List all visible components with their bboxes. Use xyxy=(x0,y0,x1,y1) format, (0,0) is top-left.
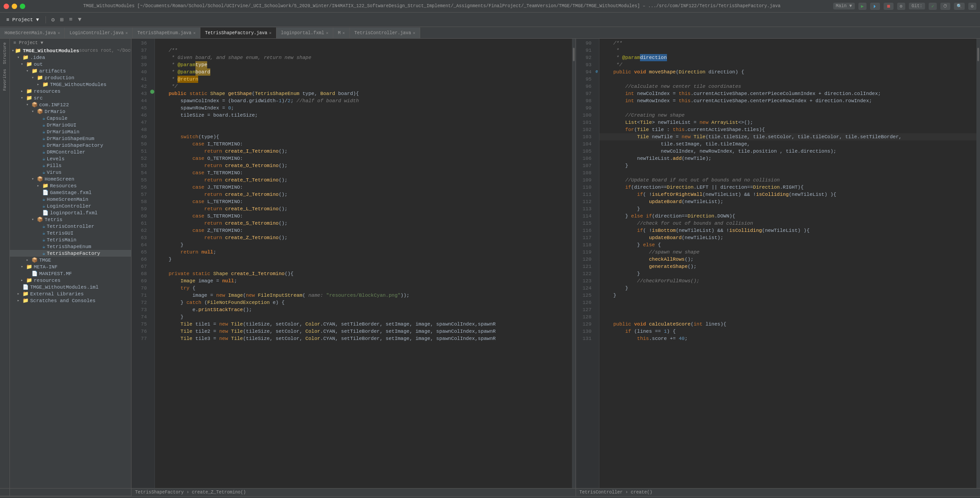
rcode-line-107: } xyxy=(599,162,976,169)
structure-tab[interactable]: Structure xyxy=(2,41,8,66)
settings-button[interactable]: ⚙ xyxy=(897,3,905,10)
tree-item-tmge-prod[interactable]: ▸ 📁 TMGE_WithoutModules xyxy=(10,81,131,88)
tree-item-drmcontroller[interactable]: ☕ DRMController xyxy=(10,149,131,155)
tree-item-scratches[interactable]: ▸ 📁 Scratches and Consoles xyxy=(10,297,131,304)
tree-item-out[interactable]: ▾ 📁 out xyxy=(10,61,131,68)
code-line-48 xyxy=(155,126,572,133)
tree-item-meta-inf[interactable]: ▾ 📁 META-INF xyxy=(10,263,131,270)
tree-item-resources2[interactable]: ▸ 📁 resources xyxy=(10,277,131,284)
tree-item-loginportal[interactable]: 📄 loginportal.fxml xyxy=(10,209,131,216)
run-button[interactable]: ▶ xyxy=(858,3,867,10)
tree-item-tetriscontroller[interactable]: ☕ TetrisController xyxy=(10,223,131,230)
left-scrollbar[interactable] xyxy=(572,39,576,488)
tree-item-homescreen[interactable]: ▾ 📦 HomeScreen xyxy=(10,176,131,182)
tree-item-drmario[interactable]: ▾ 📦 DrMario xyxy=(10,108,131,115)
rcode-line-90: /** xyxy=(599,40,976,47)
right-scrollbar[interactable] xyxy=(976,39,980,488)
tab-close-logincontroller[interactable]: ✕ xyxy=(125,31,127,36)
favorites-tab[interactable]: Favorites xyxy=(2,67,8,93)
close-button[interactable] xyxy=(4,4,9,9)
tree-label: src xyxy=(34,95,43,101)
minimize-button[interactable] xyxy=(12,4,17,9)
tab-tetrisshapefactory[interactable]: TetrisShapeFactory.java ✕ xyxy=(200,27,276,38)
tree-item-manifest[interactable]: 📄 MANIFEST.MF xyxy=(10,270,131,277)
tab-close-m[interactable]: ✕ xyxy=(342,31,345,36)
search-button[interactable]: 🔍 xyxy=(954,3,965,10)
code-line-53: return create_O_Tetromino(); xyxy=(155,162,572,169)
tree-item-tetrisshapeenum[interactable]: ☕ TetrisShapeEnum xyxy=(10,243,131,250)
tab-m[interactable]: M ✕ xyxy=(333,27,349,38)
tree-item-iml[interactable]: 📄 TMGE_WithoutModules.iml xyxy=(10,284,131,290)
tree-item-tetrismain[interactable]: ☕ TetrisMain xyxy=(10,236,131,243)
bottom-panel: ▶ Run: Main ✕ ⚙ — ▶ ⏹ ↕ ▼ /Library/Java/… xyxy=(0,496,980,498)
tree-item-pills[interactable]: ☕ Pills xyxy=(10,162,131,169)
rcode-line-99 xyxy=(599,104,976,112)
git-checkmark[interactable]: ✓ xyxy=(929,3,937,10)
tree-item-idea[interactable]: ▾ 📁 .idea xyxy=(10,54,131,61)
debug-button[interactable]: ⏵ xyxy=(870,3,880,10)
tree-item-logincontroller[interactable]: ☕ LoginController xyxy=(10,203,131,209)
code-line-51: return create_I_Tetromino(); xyxy=(155,148,572,155)
maximize-button[interactable] xyxy=(20,4,25,9)
tree-item-tetris[interactable]: ▾ 📦 Tetris xyxy=(10,216,131,223)
tab-close-tetrisshapefactory[interactable]: ✕ xyxy=(269,31,271,36)
tree-item-tetrisgui[interactable]: ☕ TetrisGUI xyxy=(10,230,131,236)
code-line-64: } xyxy=(155,241,572,249)
run-config-selector[interactable]: Main ▼ xyxy=(833,3,855,9)
tree-item-virus[interactable]: ☕ Virus xyxy=(10,169,131,176)
tree-item-artifacts[interactable]: ▾ 📁 artifacts xyxy=(10,68,131,74)
layout-icon[interactable]: ⊞ xyxy=(58,15,65,24)
dropdown-icon[interactable]: ▼ xyxy=(76,15,83,24)
tree-item-drmariomain[interactable]: ☕ DrMarioMain xyxy=(10,128,131,135)
rcode-line-130: if (lines == 1) { xyxy=(599,328,976,335)
tab-tetriscontroller[interactable]: TetrisController.java ✕ xyxy=(350,27,420,38)
project-dropdown[interactable]: ≡ Project ▼ xyxy=(4,16,42,23)
tab-logincontroller[interactable]: LoginController.java ✕ xyxy=(65,27,132,38)
code-line-45: spawnRowIndex = 0; xyxy=(155,104,572,112)
rcode-line-95 xyxy=(599,76,976,83)
tree-item-drmarioshapefactory[interactable]: ☕ DrMarioShapeFactory xyxy=(10,142,131,149)
rcode-line-104: tile.setImage, tile.tileImage, xyxy=(599,140,976,148)
tab-loginportal[interactable]: loginportal.fxml ✕ xyxy=(277,27,333,38)
tree-item-hs-resources[interactable]: ▸ 📁 Resources xyxy=(10,182,131,189)
preferences-button[interactable]: ⚙ xyxy=(968,3,976,10)
left-code-scroll[interactable]: /** * Given board, and shape enum, retur… xyxy=(155,39,572,488)
tree-label: DrMarioMain xyxy=(47,129,80,135)
sidebar-header: ≡ Project ▼ xyxy=(10,39,131,47)
stop-button[interactable]: ⏹ xyxy=(884,3,894,10)
tree-item-resources1[interactable]: ▸ 📁 resources xyxy=(10,88,131,95)
tree-item-com-inf122[interactable]: ▾ 📦 com.INF122 xyxy=(10,101,131,108)
tree-item-gamestage[interactable]: 📄 GameStage.fxml xyxy=(10,189,131,196)
code-line-54: case T_TETROMINO: xyxy=(155,169,572,177)
tab-tetrisshapeenum[interactable]: TetrisShapeEnum.java ✕ xyxy=(133,27,200,38)
tree-item-tmge-root[interactable]: ▾ 📁 TMGE_WithoutModules sources root, ~/… xyxy=(10,47,131,54)
history-button[interactable]: ⏱ xyxy=(940,3,950,10)
code-line-49: switch(type){ xyxy=(155,133,572,140)
gear-icon[interactable]: ⚙ xyxy=(50,15,57,24)
tab-homescreenmain[interactable]: HomeScreenMain.java ✕ xyxy=(0,27,65,38)
tab-close-tetrisshapeenum[interactable]: ✕ xyxy=(193,31,195,36)
menu-icon[interactable]: ≡ xyxy=(67,15,74,24)
tree-item-production[interactable]: ▾ 📁 production xyxy=(10,74,131,81)
tree-label: Tetris xyxy=(45,217,63,222)
tree-item-drmariogui[interactable]: ☕ DrMarioGUI xyxy=(10,122,131,128)
tree-item-src[interactable]: ▾ 📁 src xyxy=(10,95,131,101)
tree-label: TetrisMain xyxy=(47,237,77,243)
right-code-scroll[interactable]: /** * * @param direction */ public void … xyxy=(599,39,976,488)
tree-label: LoginController xyxy=(47,204,91,209)
tree-item-external-libs[interactable]: ▸ 📁 External Libraries xyxy=(10,290,131,297)
tab-close-loginportal[interactable]: ✕ xyxy=(326,31,328,36)
right-line-numbers: 9091929394 9596979899 100101102103104 10… xyxy=(576,39,594,488)
git-label: Git: xyxy=(909,3,925,9)
tab-close-homescreenmain[interactable]: ✕ xyxy=(58,31,60,36)
tree-item-tmge-pkg[interactable]: ▸ 📦 TMGE xyxy=(10,257,131,263)
titlebar: TMGE_WithoutModules [~/Documents/Roman/S… xyxy=(0,0,980,13)
tree-item-drmarioshapeenum[interactable]: ☕ DrMarioShapeEnum xyxy=(10,135,131,142)
tab-close-tetriscontroller[interactable]: ✕ xyxy=(413,31,415,36)
tree-item-levels[interactable]: ☕ Levels xyxy=(10,155,131,162)
tree-item-homescreenmain[interactable]: ☕ HomeScreenMain xyxy=(10,196,131,203)
tree-item-capsule[interactable]: ☕ Capsule xyxy=(10,115,131,122)
tree-label: GameStage.fxml xyxy=(50,190,91,195)
tree-label: External Libraries xyxy=(30,291,84,297)
tree-item-tetrisshapefactory[interactable]: ☕ TetrisShapeFactory xyxy=(10,250,131,257)
